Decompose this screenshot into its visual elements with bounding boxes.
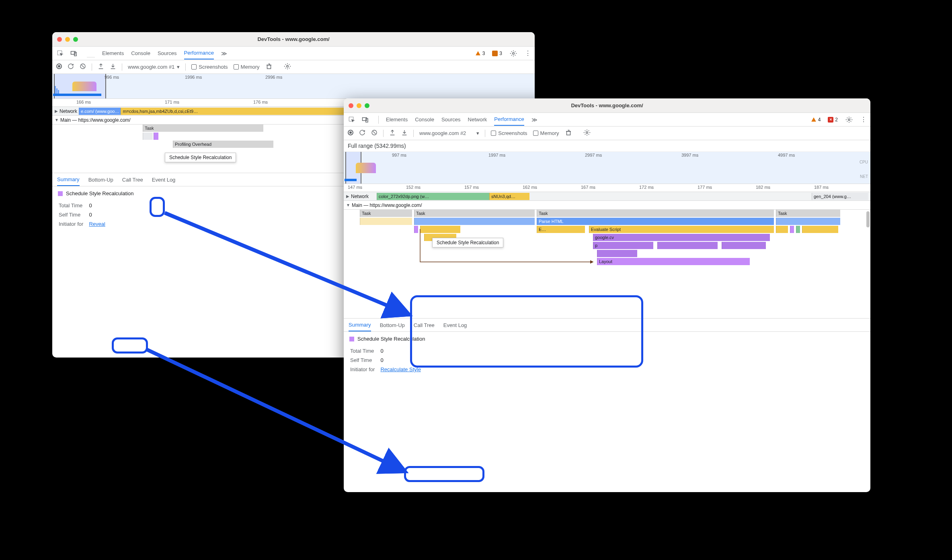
settings-icon[interactable]	[845, 116, 853, 124]
warnings-badge[interactable]: 3	[475, 51, 485, 56]
errors-badge[interactable]: ×2	[828, 117, 838, 123]
screenshots-checkbox[interactable]: Screenshots	[491, 130, 527, 136]
overview-timeline[interactable]: 996 ms 1996 ms 2996 ms	[52, 74, 535, 99]
flame-bar-p[interactable]: p	[593, 242, 653, 249]
flame-bar-gcv[interactable]: google.cv	[593, 234, 770, 241]
inspect-icon[interactable]	[348, 116, 356, 124]
tab-sources[interactable]: Sources	[441, 114, 461, 125]
screenshots-checkbox[interactable]: Screenshots	[191, 64, 228, 70]
inspect-icon[interactable]	[56, 49, 64, 57]
network-item[interactable]: gen_204 (www.g…	[812, 193, 868, 200]
expand-icon: ▶	[346, 194, 349, 198]
tab-summary[interactable]: Summary	[57, 174, 80, 186]
scrollbar[interactable]	[866, 211, 870, 227]
perf-settings-icon[interactable]	[583, 129, 591, 137]
tab-bottom-up[interactable]: Bottom-Up	[88, 174, 113, 186]
reload-button[interactable]	[68, 63, 74, 71]
record-button[interactable]	[56, 63, 62, 70]
tab-bottom-up[interactable]: Bottom-Up	[380, 319, 405, 331]
flame-bar-task[interactable]: Task	[143, 125, 263, 132]
kebab-icon[interactable]: ⋮	[860, 116, 866, 123]
flame-bar[interactable]	[360, 218, 412, 225]
full-range-label: Full range (5342.99ms)	[344, 140, 870, 152]
flame-bar-task[interactable]: Task	[776, 210, 840, 217]
gc-button[interactable]	[565, 129, 572, 137]
flame-chart[interactable]: Task Task Task Task Parse HTML E… Evalua…	[344, 210, 870, 318]
upload-button[interactable]	[98, 63, 104, 71]
svg-rect-12	[566, 131, 570, 135]
time-ruler[interactable]: 147 ms 152 ms 157 ms 162 ms 167 ms 172 m…	[344, 184, 870, 192]
flame-bar[interactable]	[802, 226, 838, 233]
tab-call-tree[interactable]: Call Tree	[122, 174, 143, 186]
tab-elements[interactable]: Elements	[386, 114, 408, 125]
record-button[interactable]	[348, 130, 353, 137]
flame-bar[interactable]	[414, 226, 418, 233]
flame-bar[interactable]	[597, 250, 637, 257]
download-button[interactable]	[110, 63, 116, 71]
tab-event-log[interactable]: Event Log	[152, 174, 176, 186]
chevron-down-icon: ▾	[177, 64, 180, 70]
tab-summary[interactable]: Summary	[349, 319, 371, 331]
flame-bar[interactable]	[776, 226, 788, 233]
tab-console[interactable]: Console	[415, 114, 434, 125]
network-track-header[interactable]: ▶Network color_272x92dp.png (w… sNUn3,qd…	[344, 192, 870, 201]
flame-bar-selected[interactable]	[154, 133, 158, 140]
tab-performance[interactable]: Performance	[184, 47, 214, 59]
reveal-link[interactable]: Reveal	[89, 221, 105, 227]
clear-button[interactable]	[80, 63, 86, 71]
flame-bar-evaluate[interactable]: Evaluate Script	[589, 226, 774, 233]
window-title: DevTools - www.google.com/	[52, 36, 535, 42]
titlebar[interactable]: DevTools - www.google.com/	[52, 32, 535, 47]
settings-icon[interactable]	[509, 49, 517, 57]
flame-bar[interactable]	[796, 226, 800, 233]
network-item[interactable]: sNUn3,qd…	[489, 193, 529, 200]
upload-button[interactable]	[389, 129, 396, 137]
target-dropdown[interactable]: www.google.com #1▾	[128, 64, 180, 70]
reload-button[interactable]	[359, 129, 365, 137]
issues-badge[interactable]: 3	[492, 51, 502, 56]
device-icon[interactable]	[70, 49, 78, 57]
kebab-icon[interactable]: ⋮	[525, 49, 531, 57]
download-button[interactable]	[401, 129, 408, 137]
warnings-badge[interactable]: 4	[811, 117, 821, 123]
flame-bar-parse[interactable]: Parse HTML	[537, 218, 774, 225]
tab-call-tree[interactable]: Call Tree	[414, 319, 435, 331]
flame-bar[interactable]	[143, 133, 153, 140]
target-dropdown[interactable]: www.google.com #2▾	[419, 130, 479, 136]
tab-sources[interactable]: Sources	[158, 47, 177, 59]
gc-button[interactable]	[265, 63, 273, 71]
flame-bar[interactable]	[420, 226, 460, 233]
flame-bar-task[interactable]: Task	[360, 210, 412, 217]
more-tabs-icon[interactable]: ≫	[531, 116, 538, 123]
tab-network[interactable]: Network	[468, 114, 487, 125]
chevron-down-icon: ▾	[476, 130, 479, 136]
overview-timeline[interactable]: 997 ms 1997 ms 2997 ms 3997 ms 4997 ms C…	[344, 152, 870, 184]
flame-bar[interactable]	[776, 218, 840, 225]
titlebar[interactable]: DevTools - www.google.com/	[344, 98, 870, 113]
flame-bar-ev[interactable]: E…	[537, 226, 585, 233]
network-item[interactable]: e.com/ (www.goo…	[79, 108, 121, 115]
perf-settings-icon[interactable]	[284, 63, 291, 71]
main-track-header[interactable]: ▼Main — https://www.google.com/	[344, 201, 870, 210]
memory-checkbox[interactable]: Memory	[533, 130, 559, 136]
flame-bar-task[interactable]: Task	[537, 210, 774, 217]
flame-bar-profiling[interactable]: Profiling Overhead	[173, 141, 273, 148]
recalculate-style-link[interactable]: Recalculate Style	[380, 366, 421, 372]
flame-bar[interactable]	[722, 242, 766, 249]
clear-button[interactable]	[371, 129, 378, 137]
more-tabs-icon[interactable]: ≫	[221, 50, 227, 57]
perf-toolbar: www.google.com #1▾ Screenshots Memory	[52, 60, 535, 74]
tab-elements[interactable]: Elements	[102, 47, 124, 59]
flame-bar[interactable]	[790, 226, 794, 233]
tab-console[interactable]: Console	[131, 47, 150, 59]
tab-performance[interactable]: Performance	[494, 113, 524, 126]
memory-checkbox[interactable]: Memory	[234, 64, 260, 70]
flame-bar-run[interactable]	[414, 218, 535, 225]
network-item[interactable]: color_272x92dp.png (w…	[377, 193, 489, 200]
window-title: DevTools - www.google.com/	[344, 102, 870, 108]
flame-bar[interactable]	[657, 242, 718, 249]
flame-bar-task[interactable]: Task	[414, 210, 535, 217]
tab-event-log[interactable]: Event Log	[443, 319, 467, 331]
device-icon[interactable]	[361, 116, 369, 124]
flame-bar-layout[interactable]: Layout	[597, 258, 750, 265]
